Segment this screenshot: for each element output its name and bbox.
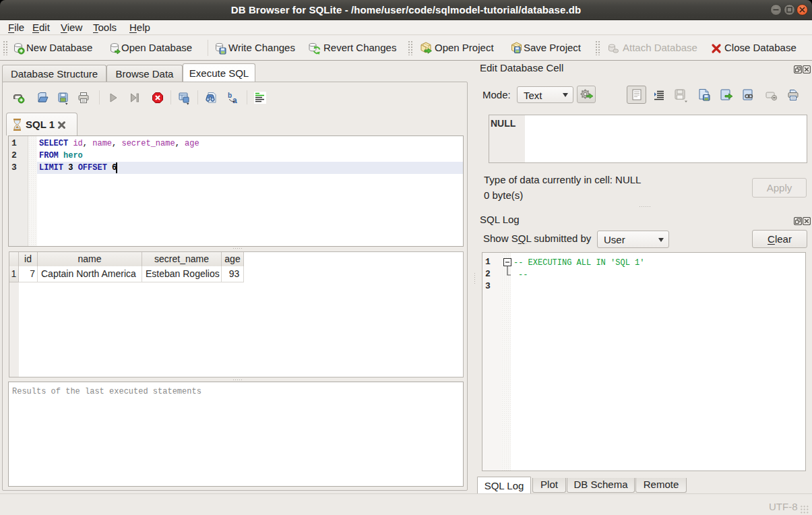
svg-text:a: a — [232, 96, 237, 104]
svg-text:b: b — [228, 92, 232, 99]
